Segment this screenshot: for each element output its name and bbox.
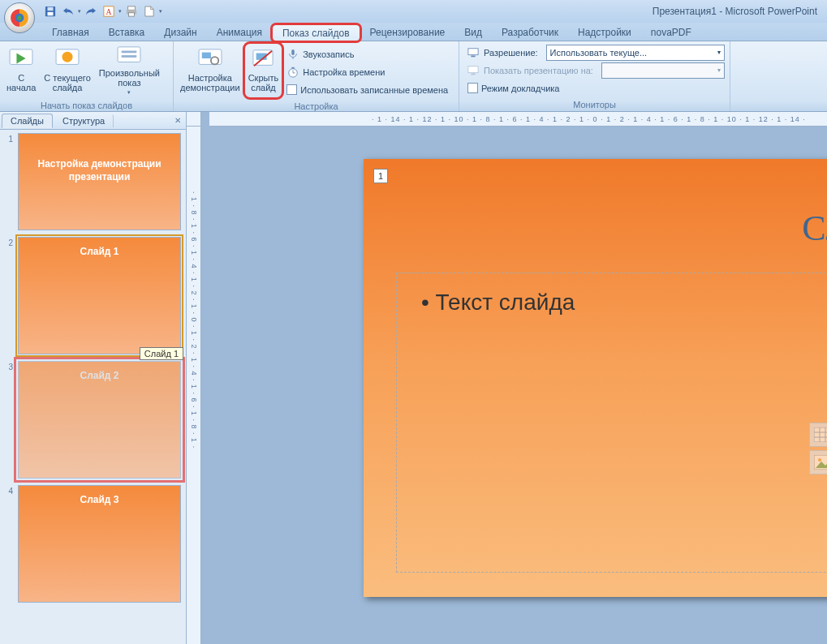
from-current-button[interactable]: С текущего слайда: [41, 44, 93, 97]
slide-thumb-2[interactable]: 2 Слайд 1 Слайд 1: [5, 237, 181, 354]
thumb-title: Слайд 3: [80, 494, 119, 505]
tab-animation[interactable]: Анимация: [207, 24, 272, 41]
content-placeholder[interactable]: • Текст слайда: [396, 273, 827, 573]
checkbox-icon: [286, 84, 297, 95]
svg-rect-24: [291, 49, 295, 54]
slide-thumb-1[interactable]: 1 Настройка демонстрации презентации: [5, 133, 181, 230]
show-on-combo: ▾: [601, 62, 725, 79]
thumb-number: 3: [5, 361, 13, 371]
ribbon: С начала С текущего слайда Произвольный …: [0, 41, 827, 112]
hide-slide-button[interactable]: Скрыть слайд: [245, 44, 282, 97]
svg-rect-19: [202, 53, 211, 58]
setup-show-button[interactable]: Настройка демонстрации: [177, 44, 243, 97]
insert-picture-icon[interactable]: [809, 450, 827, 474]
ruler-horizontal[interactable]: · 1 · 14 · 1 · 12 · 1 · 10 · 1 · 8 · 1 ·…: [209, 112, 827, 127]
custom-show-button[interactable]: Произвольный показ ▾: [96, 44, 163, 97]
thumb-title: Слайд 2: [80, 370, 119, 381]
svg-rect-31: [471, 55, 475, 57]
tab-insert[interactable]: Вставка: [99, 24, 155, 41]
microphone-icon: [286, 48, 299, 61]
chevron-down-icon: ▾: [717, 67, 721, 74]
from-current-label: С текущего слайда: [44, 73, 90, 92]
tab-addins[interactable]: Надстройки: [568, 24, 641, 41]
hide-slide-label: Скрыть слайд: [248, 73, 279, 92]
svg-rect-29: [291, 67, 295, 68]
monitor-icon: [467, 47, 479, 58]
group-start-label: Начать показ слайдов: [0, 100, 173, 112]
thumb-number: 2: [5, 237, 13, 247]
tab-design[interactable]: Дизайн: [154, 24, 206, 41]
qat-item-a[interactable]: A: [101, 3, 117, 19]
rehearse-timings-button[interactable]: Настройка времени: [283, 63, 451, 80]
setup-show-icon: [197, 45, 223, 71]
tab-developer[interactable]: Разработчик: [492, 24, 568, 41]
record-narration-label: Звукозапись: [303, 49, 354, 59]
tab-home[interactable]: Главная: [42, 24, 99, 41]
custom-show-label: Произвольный показ: [99, 68, 160, 88]
redo-icon[interactable]: [83, 3, 99, 19]
slide[interactable]: 1 Слайд 2 • Текст слайда: [364, 159, 827, 597]
slide-thumb-4[interactable]: 4 Слайд 3: [5, 485, 181, 603]
thumbnails[interactable]: 1 Настройка демонстрации презентации 2 С…: [0, 130, 186, 644]
from-current-icon: [54, 45, 80, 71]
svg-point-45: [818, 458, 821, 462]
close-icon[interactable]: ✕: [174, 116, 181, 125]
group-monitors-label: Мониторы: [459, 99, 730, 111]
undo-icon[interactable]: [60, 3, 76, 19]
hide-slide-icon: [250, 45, 276, 71]
group-setup: Настройка демонстрации Скрыть слайд Звук…: [174, 41, 459, 111]
ruler-vertical[interactable]: · 1 · 8 · 1 · 6 · 1 · 4 · 1 · 2 · 1 · 0 …: [187, 127, 201, 644]
slide-editor: · 1 · 14 · 1 · 12 · 1 · 10 · 1 · 8 · 1 ·…: [187, 112, 827, 644]
chevron-down-icon: ▾: [127, 89, 131, 96]
from-beginning-button[interactable]: С начала: [3, 44, 39, 97]
qat-customize-icon[interactable]: ▾: [159, 8, 162, 15]
title-bar: ▾ A ▾ ▾ Презентация1 - Microsoft PowerPo…: [0, 0, 827, 23]
new-doc-icon[interactable]: [141, 3, 157, 19]
clock-icon: [286, 66, 299, 79]
custom-show-icon: [116, 45, 142, 67]
slides-panel: Слайды Структура ✕ 1 Настройка демонстра…: [0, 112, 187, 644]
resolution-value: Использовать текуще...: [550, 48, 648, 58]
svg-rect-4: [48, 7, 54, 11]
use-timings-checkbox[interactable]: Использовать записанные времена: [283, 81, 451, 98]
undo-dropdown-icon[interactable]: ▾: [78, 8, 81, 15]
slide-number-box: 1: [373, 169, 388, 183]
svg-rect-17: [122, 55, 137, 58]
presenter-view-label: Режим докладчика: [481, 84, 559, 93]
ribbon-tabs: Главная Вставка Дизайн Анимация Показ сл…: [0, 23, 827, 41]
show-on-label: Показать презентацию на:: [484, 66, 593, 75]
svg-rect-10: [129, 13, 135, 16]
from-beginning-icon: [8, 45, 34, 71]
bullet-text[interactable]: • Текст слайда: [397, 273, 827, 332]
from-beginning-label: С начала: [6, 73, 36, 92]
tab-novapdf[interactable]: novaPDF: [641, 24, 701, 41]
insert-table-icon[interactable]: [809, 423, 827, 447]
insert-content-icons[interactable]: [809, 423, 827, 474]
group-start: С начала С текущего слайда Произвольный …: [0, 41, 174, 111]
work-area: Слайды Структура ✕ 1 Настройка демонстра…: [0, 112, 827, 644]
svg-rect-33: [471, 73, 475, 75]
svg-rect-8: [128, 6, 136, 10]
panel-tab-slides[interactable]: Слайды: [2, 114, 53, 128]
svg-rect-5: [48, 12, 54, 15]
slide-title-text[interactable]: Слайд 2: [802, 208, 827, 249]
tab-view[interactable]: Вид: [454, 24, 492, 41]
quick-print-icon[interactable]: [123, 3, 140, 19]
group-setup-label: Настройка: [174, 101, 459, 113]
tab-slideshow[interactable]: Показ слайдов: [272, 24, 360, 41]
group-monitors: Разрешение: Использовать текуще... ▾ Пок…: [459, 41, 730, 111]
panel-tab-outline[interactable]: Структура: [54, 114, 114, 127]
tab-review[interactable]: Рецензирование: [360, 24, 455, 41]
qat-a-dropdown-icon[interactable]: ▾: [118, 8, 122, 15]
slide-thumb-3[interactable]: 3 Слайд 2: [5, 361, 181, 479]
svg-point-2: [17, 15, 21, 19]
save-icon[interactable]: [42, 3, 58, 19]
slide-canvas[interactable]: 1 Слайд 2 • Текст слайда: [201, 127, 827, 644]
presenter-view-checkbox[interactable]: Режим докладчика: [464, 79, 725, 97]
resolution-label: Разрешение:: [484, 48, 538, 58]
svg-rect-15: [118, 47, 140, 62]
office-button[interactable]: [4, 2, 35, 33]
record-narration-button[interactable]: Звукозапись: [283, 45, 451, 62]
resolution-combo[interactable]: Использовать текуще... ▾: [546, 45, 725, 61]
monitor-icon: [467, 65, 479, 76]
